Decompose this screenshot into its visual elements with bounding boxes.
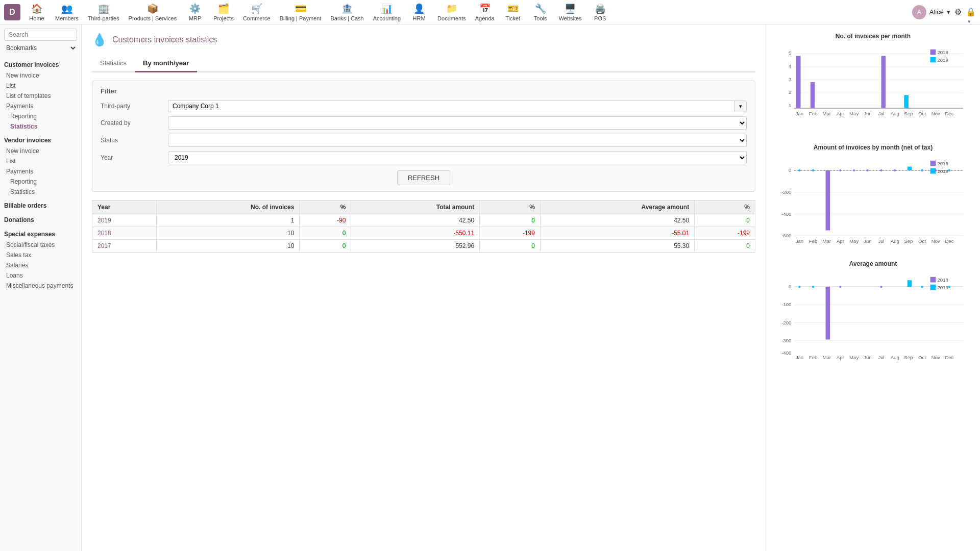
table-cell: -199: [695, 227, 755, 240]
tab-statistics[interactable]: Statistics: [92, 55, 135, 72]
svg-text:Sep: Sep: [904, 111, 913, 116]
table-cell[interactable]: 2018: [92, 227, 157, 240]
ticket-icon: 🎫: [507, 3, 519, 14]
refresh-button[interactable]: REFRESH: [397, 170, 450, 185]
sidebar-item-list-vendor[interactable]: List: [0, 156, 81, 166]
commerce-icon: 🛒: [251, 3, 262, 14]
table-cell: 10: [156, 227, 300, 240]
chart1-svg: 5 4 3 2 1 Jan Feb Mar Apr May: [772, 43, 974, 130]
svg-text:3: 3: [789, 77, 791, 82]
third-party-field[interactable]: [168, 100, 734, 112]
nav-members[interactable]: 👥 Members: [51, 1, 83, 23]
nav-pos[interactable]: 🖨️ POS: [587, 1, 614, 23]
svg-point-94: [839, 286, 841, 288]
filter-row-created-by: Created by: [101, 116, 747, 130]
filter-title: Filter: [101, 87, 747, 95]
nav-documents[interactable]: 📁 Documents: [433, 1, 470, 23]
filter-label-year: Year: [101, 154, 162, 161]
svg-point-64: [812, 169, 814, 171]
svg-text:Dec: Dec: [945, 111, 953, 116]
table-cell: 0: [300, 227, 351, 240]
chart2-svg: 0 -200 -400 -600 Jan Feb Mar Apr May Jun…: [772, 154, 974, 246]
table-cell[interactable]: 2017: [92, 240, 157, 253]
svg-point-56: [853, 169, 855, 171]
bar-2018-feb: [811, 82, 815, 108]
table-cell: -550.11: [351, 227, 480, 240]
svg-text:Jul: Jul: [878, 355, 884, 360]
table-cell: -55.01: [540, 227, 694, 240]
sidebar-item-social-fiscal[interactable]: Social/fiscal taxes: [0, 240, 81, 250]
sidebar-search-area: ▾: [0, 24, 81, 43]
sidebar-item-list-customer[interactable]: List: [0, 81, 81, 91]
nav-right: A Alice ▾ ⚙ 🔒: [912, 5, 976, 19]
table-row: 2017100552.96055.300: [92, 240, 755, 253]
nav-hrm[interactable]: 👤 HRM: [406, 1, 432, 23]
col-header-year: Year: [92, 201, 157, 214]
sidebar: ▾ Bookmarks Customer invoices New invoic…: [0, 24, 82, 551]
sidebar-item-salaries[interactable]: Salaries: [0, 260, 81, 270]
nav-commerce[interactable]: 🛒 Commerce: [239, 1, 275, 23]
nav-agenda[interactable]: 📅 Agenda: [471, 1, 499, 23]
col-header-avg-amount: Average amount: [540, 201, 694, 214]
sidebar-item-statistics-vendor[interactable]: Statistics: [0, 187, 81, 197]
members-icon: 👥: [61, 3, 72, 14]
svg-text:Aug: Aug: [891, 355, 899, 360]
svg-point-58: [880, 169, 882, 171]
col-header-pct1: %: [300, 201, 351, 214]
nav-websites[interactable]: 🖥️ Websites: [555, 1, 586, 23]
nav-mrp[interactable]: ⚙️ MRP: [182, 1, 208, 23]
svg-text:Feb: Feb: [809, 238, 818, 244]
col-header-pct3: %: [695, 201, 755, 214]
created-by-select[interactable]: [168, 116, 747, 130]
sidebar-item-reporting-vendor[interactable]: Reporting: [0, 177, 81, 187]
col-header-pct2: %: [480, 201, 541, 214]
user-menu[interactable]: A Alice ▾: [912, 5, 950, 19]
sidebar-item-payments-customer[interactable]: Payments: [0, 101, 81, 111]
svg-text:-400: -400: [781, 211, 791, 216]
chevron-down-icon: ▾: [947, 8, 950, 16]
svg-point-55: [839, 169, 841, 171]
svg-text:-100: -100: [781, 302, 791, 308]
status-select[interactable]: [168, 134, 747, 147]
svg-text:Jun: Jun: [864, 238, 871, 244]
svg-point-65: [921, 169, 923, 171]
sidebar-item-sales-tax[interactable]: Sales tax: [0, 250, 81, 260]
table-cell: 1: [156, 214, 300, 227]
table-cell: -199: [480, 227, 541, 240]
svg-text:Mar: Mar: [822, 111, 831, 116]
sidebar-item-reporting-customer[interactable]: Reporting: [0, 111, 81, 121]
sidebar-item-list-templates[interactable]: List of templates: [0, 91, 81, 101]
nav-accounting[interactable]: 📊 Accounting: [369, 1, 405, 23]
nav-billing-payment[interactable]: 💳 Billing | Payment: [276, 1, 326, 23]
table-cell[interactable]: 2019: [92, 214, 157, 227]
svg-text:Dec: Dec: [945, 238, 953, 244]
nav-home[interactable]: 🏠 Home: [23, 1, 50, 23]
sidebar-item-misc-payments[interactable]: Miscellaneous payments: [0, 281, 81, 291]
app-logo[interactable]: D: [4, 4, 20, 20]
content-area: 💧 Customers invoices statistics Statisti…: [82, 24, 766, 551]
lock-icon[interactable]: 🔒: [966, 7, 976, 17]
nav-third-parties[interactable]: 🏢 Third-parties: [84, 1, 124, 23]
nav-products-services[interactable]: 📦 Products | Services: [125, 1, 181, 23]
sidebar-item-new-invoice-vendor[interactable]: New invoice: [0, 146, 81, 156]
table-cell: 0: [300, 240, 351, 253]
sidebar-item-new-invoice-customer[interactable]: New invoice: [0, 70, 81, 81]
page-title: Customers invoices statistics: [112, 35, 217, 44]
nav-banks-cash[interactable]: 🏦 Banks | Cash: [326, 1, 368, 23]
svg-text:2018: 2018: [937, 49, 948, 55]
sidebar-item-loans[interactable]: Loans: [0, 270, 81, 281]
documents-icon: 📁: [446, 3, 457, 14]
sidebar-item-statistics-customer[interactable]: Statistics: [0, 121, 81, 132]
nav-projects[interactable]: 🗂️ Projects: [209, 1, 238, 23]
year-select[interactable]: 2019 2018 2017: [168, 151, 747, 164]
tab-by-month-year[interactable]: By month/year: [135, 55, 197, 72]
search-input[interactable]: [4, 29, 77, 41]
nav-ticket[interactable]: 🎫 Ticket: [500, 1, 526, 23]
bookmarks-select[interactable]: Bookmarks: [4, 44, 77, 52]
svg-point-101: [948, 286, 950, 288]
sidebar-item-payments-vendor[interactable]: Payments: [0, 166, 81, 177]
statistics-table: Year No. of invoices % Total amount % Av…: [92, 200, 755, 253]
settings-icon[interactable]: ⚙: [954, 7, 962, 17]
nav-tools[interactable]: 🔧 Tools: [527, 1, 554, 23]
third-party-dropdown-btn[interactable]: ▾: [734, 101, 747, 112]
